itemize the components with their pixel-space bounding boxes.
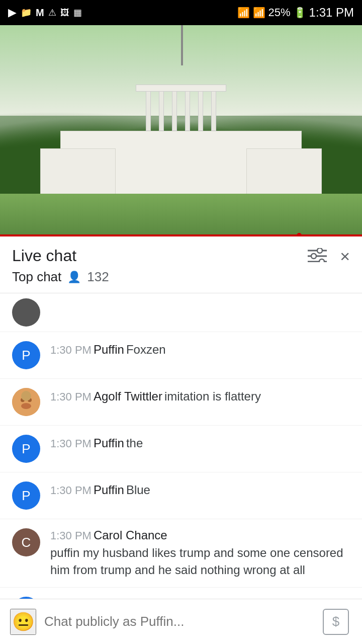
avatar-partial [12,298,40,327]
send-icon-box: $ [323,609,349,635]
svg-point-9 [21,403,31,409]
video-ground [0,194,362,236]
message-text: the [126,435,143,452]
message-author: Puffin [94,483,124,497]
avatar: P [12,481,40,510]
chat-message-partial [0,293,362,332]
message-time: 1:30 PM [50,437,92,450]
signal-icon: 📶 [253,7,265,19]
message-text: puffin my husband likes trump and some o… [50,544,350,578]
wifi-icon: 📶 [237,7,250,19]
top-chat-label[interactable]: Top chat [12,269,61,285]
flag-pole [181,25,183,65]
list-item: C 1:30 PM Carol Chance puffin my husband… [0,519,362,588]
message-text: Foxzen [126,341,166,358]
message-body: 1:30 PM Puffin Blue [50,481,350,499]
image-icon: 🖼 [60,8,69,18]
message-author: Puffin [94,343,124,357]
chat-messages-container: P 1:30 PM Puffin Foxzen 1:30 PM Agolf Tw… [0,293,362,644]
message-inline: 1:30 PM Agolf Twittler imitation is flat… [50,388,350,405]
wh-columns [146,91,216,131]
message-text: Blue [126,481,150,499]
message-author: Puffin [94,436,124,450]
close-chat-button[interactable]: × [340,248,350,265]
live-chat-title: Live chat [12,247,76,265]
video-progress-dot[interactable] [297,233,302,236]
dollar-icon: $ [332,614,339,629]
message-author: Carol Chance [94,528,167,542]
viewers-count: 132 [87,269,109,285]
message-text: imitation is flattery [164,388,261,405]
filter-button[interactable] [308,248,328,264]
svg-point-1 [317,248,322,253]
filter-icon [308,248,327,262]
message-body: 1:30 PM Carol Chance puffin my husband l… [50,528,350,578]
message-inline: 1:30 PM Carol Chance [50,528,350,542]
wh-right-wing [246,148,322,196]
chat-input-bar: 😐 $ [0,599,362,644]
m-icon: M [36,7,44,19]
message-inline: 1:30 PM Puffin Blue [50,481,350,499]
chat-header-icons: × [308,248,350,265]
message-inline: 1:30 PM Puffin the [50,435,350,452]
chat-subheader: Top chat 👤 132 [12,269,350,285]
list-item: P 1:30 PM Puffin the [0,426,362,472]
chat-input[interactable] [44,609,312,635]
message-body: 1:30 PM Puffin the [50,435,350,452]
wh-portico-top [136,85,226,92]
chat-header-top: Live chat × [12,247,350,265]
message-inline: 1:30 PM Puffin Foxzen [50,341,350,358]
battery-icon: 🔋 [294,7,306,19]
list-item: P 1:30 PM Puffin Foxzen [0,332,362,379]
svg-point-10 [21,391,31,401]
emoji-button[interactable]: 😐 [10,609,36,635]
youtube-icon: ▶ [8,6,17,19]
battery-percent: 25% [268,6,291,19]
message-body: 1:30 PM Puffin Foxzen [50,341,350,358]
grid-icon: ▦ [73,7,82,18]
video-progress-bar[interactable] [0,234,362,236]
svg-point-5 [319,259,324,262]
status-info-right: 📶 📶 25% 🔋 1:31 PM [237,6,354,20]
status-bar: ▶ 📁 M ⚠ 🖼 ▦ 📶 📶 25% 🔋 1:31 PM [0,0,362,25]
avatar: C [12,528,40,556]
avatar: P [12,341,40,369]
avatar [12,388,40,416]
chat-header: Live chat × Top chat 👤 132 [0,236,362,293]
emoji-icon: 😐 [12,611,35,632]
list-item: 1:30 PM Agolf Twittler imitation is flat… [0,379,362,426]
folder-icon: 📁 [21,7,32,18]
message-time: 1:30 PM [50,390,92,404]
message-time: 1:30 PM [50,484,92,497]
wh-left-wing [40,148,116,196]
list-item: P 1:30 PM Puffin Blue [0,472,362,519]
status-time: 1:31 PM [309,6,354,20]
video-player[interactable] [0,25,362,236]
message-author: Agolf Twittler [94,389,162,404]
message-time: 1:30 PM [50,529,92,542]
status-icons-left: ▶ 📁 M ⚠ 🖼 ▦ [8,6,82,19]
warning-icon: ⚠ [48,7,56,18]
viewers-icon: 👤 [67,271,81,284]
message-time: 1:30 PM [50,344,92,357]
svg-point-3 [311,254,316,259]
message-body: 1:30 PM Agolf Twittler imitation is flat… [50,388,350,405]
avatar: P [12,435,40,463]
send-money-button[interactable]: $ [320,609,352,635]
